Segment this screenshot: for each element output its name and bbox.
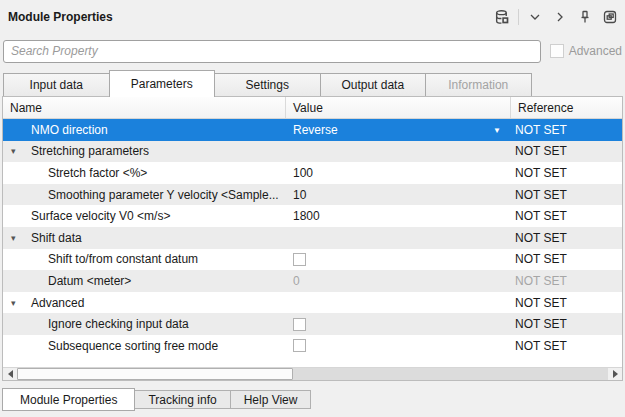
database-lock-icon[interactable]	[493, 8, 511, 26]
row-name: Datum <meter>	[48, 274, 131, 288]
pin-icon[interactable]	[576, 8, 594, 26]
row-reference: NOT SET	[515, 166, 567, 180]
row-name: Shift to/from constant datum	[48, 252, 198, 266]
search-row: Advanced	[3, 39, 622, 63]
row-name: Ignore checking input data	[48, 317, 189, 331]
advanced-checkbox[interactable]	[550, 44, 564, 58]
tab-output-data[interactable]: Output data	[320, 73, 427, 96]
row-value[interactable]: 10	[293, 188, 306, 202]
scroll-left-button[interactable]	[3, 368, 17, 380]
row-name: Shift data	[31, 231, 82, 245]
table-row-advanced[interactable]: ▾ Advanced NOT SET	[3, 292, 622, 314]
module-properties-panel: Module Properties	[0, 0, 625, 417]
table-row-smoothing-parameter[interactable]: Smoothing parameter Y velocity <Sample..…	[3, 184, 622, 206]
row-value[interactable]: 1800	[293, 209, 320, 223]
tab-parameters[interactable]: Parameters	[109, 70, 216, 97]
table-row-stretch-factor[interactable]: Stretch factor <%> 100 NOT SET	[3, 162, 622, 184]
bottom-tab-module-properties[interactable]: Module Properties	[2, 388, 135, 411]
search-input[interactable]	[3, 40, 541, 63]
horizontal-scrollbar[interactable]	[3, 367, 622, 380]
column-header-value[interactable]: Value	[286, 97, 511, 118]
table-row-datum[interactable]: Datum <meter> 0 NOT SET	[3, 270, 622, 292]
table-row-shift-constant-datum[interactable]: Shift to/from constant datum NOT SET	[3, 249, 622, 271]
row-value-disabled: 0	[293, 274, 300, 288]
row-reference: NOT SET	[515, 252, 567, 266]
table-row-subsequence-sorting[interactable]: Subsequence sorting free mode NOT SET	[3, 335, 622, 357]
row-value-dropdown[interactable]: Reverse	[293, 123, 338, 137]
table-row-stretching-parameters[interactable]: ▾ Stretching parameters NOT SET	[3, 141, 622, 163]
chevron-right-icon[interactable]	[551, 8, 569, 26]
checkbox[interactable]	[293, 339, 306, 352]
row-name: Stretching parameters	[31, 144, 149, 158]
advanced-label: Advanced	[569, 44, 622, 58]
row-reference: NOT SET	[515, 231, 567, 245]
panel-title: Module Properties	[8, 10, 113, 24]
parameters-pane: Name Value Reference NMO direction Rever…	[2, 96, 623, 381]
column-header-name[interactable]: Name	[3, 97, 286, 118]
row-reference: NOT SET	[515, 339, 567, 353]
toolbar-separator	[518, 9, 519, 25]
row-name: Subsequence sorting free mode	[48, 339, 218, 353]
tab-information[interactable]: Information	[425, 73, 532, 96]
collapse-triangle-icon[interactable]: ▾	[11, 146, 31, 156]
table-row-surface-velocity[interactable]: Surface velocity V0 <m/s> 1800 NOT SET	[3, 205, 622, 227]
advanced-checkbox-group[interactable]: Advanced	[550, 44, 622, 58]
checkbox[interactable]	[293, 253, 306, 266]
row-reference: NOT SET	[515, 123, 567, 137]
float-window-icon[interactable]	[601, 8, 619, 26]
column-header-reference[interactable]: Reference	[511, 97, 622, 118]
table-header: Name Value Reference	[3, 97, 622, 119]
row-reference: NOT SET	[515, 209, 567, 223]
table-row-shift-data[interactable]: ▾ Shift data NOT SET	[3, 227, 622, 249]
row-name: Advanced	[31, 296, 84, 310]
chevron-down-icon[interactable]	[526, 8, 544, 26]
row-value[interactable]: 100	[293, 166, 313, 180]
dropdown-arrow-icon[interactable]: ▼	[493, 125, 501, 134]
property-tabs: Input data Parameters Settings Output da…	[3, 70, 532, 96]
table-row-ignore-checking[interactable]: Ignore checking input data NOT SET	[3, 313, 622, 335]
collapse-triangle-icon[interactable]: ▾	[11, 298, 31, 308]
row-reference: NOT SET	[515, 144, 567, 158]
titlebar-toolbar	[493, 8, 619, 26]
checkbox[interactable]	[293, 318, 306, 331]
row-reference: NOT SET	[515, 317, 567, 331]
row-name: Smoothing parameter Y velocity <Sample..…	[48, 188, 279, 202]
tab-input-data[interactable]: Input data	[3, 73, 110, 96]
row-reference: NOT SET	[515, 274, 567, 288]
scrollbar-thumb[interactable]	[17, 368, 293, 380]
collapse-triangle-icon[interactable]: ▾	[11, 233, 31, 243]
row-name: Stretch factor <%>	[48, 166, 147, 180]
table-row-nmo-direction[interactable]: NMO direction Reverse ▼ NOT SET	[3, 119, 622, 141]
scroll-right-button[interactable]	[608, 368, 622, 380]
row-name: NMO direction	[31, 123, 108, 137]
bottom-tab-help-view[interactable]: Help View	[230, 390, 312, 409]
row-reference: NOT SET	[515, 188, 567, 202]
bottom-tab-tracking-info[interactable]: Tracking info	[134, 390, 230, 409]
panel-titlebar: Module Properties	[0, 0, 625, 34]
tab-settings[interactable]: Settings	[214, 73, 321, 96]
row-reference: NOT SET	[515, 296, 567, 310]
scrollbar-track[interactable]	[293, 368, 608, 380]
row-name: Surface velocity V0 <m/s>	[31, 209, 170, 223]
view-tabs: Module Properties Tracking info Help Vie…	[3, 388, 311, 411]
